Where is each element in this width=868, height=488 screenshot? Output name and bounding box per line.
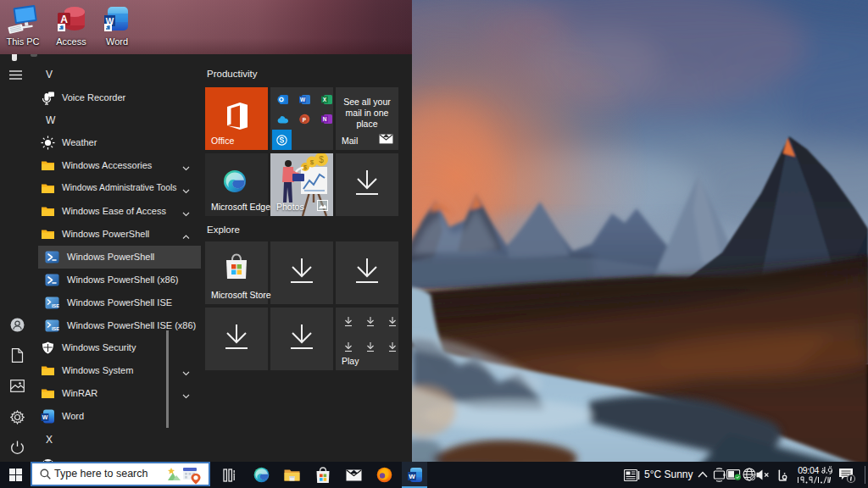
svg-text:A: A: [60, 14, 68, 25]
svg-text:$: $: [303, 164, 307, 170]
svg-text:ISE: ISE: [52, 303, 59, 308]
svg-text:N: N: [323, 116, 327, 122]
svg-text:W: W: [300, 97, 306, 103]
svg-text:X: X: [323, 97, 327, 103]
svg-text:$: $: [319, 155, 324, 164]
svg-text:ISE: ISE: [52, 326, 59, 331]
svg-text:W: W: [409, 473, 415, 480]
svg-text:$: $: [310, 158, 314, 166]
svg-text:W: W: [42, 414, 48, 420]
svg-text:P: P: [303, 117, 307, 123]
